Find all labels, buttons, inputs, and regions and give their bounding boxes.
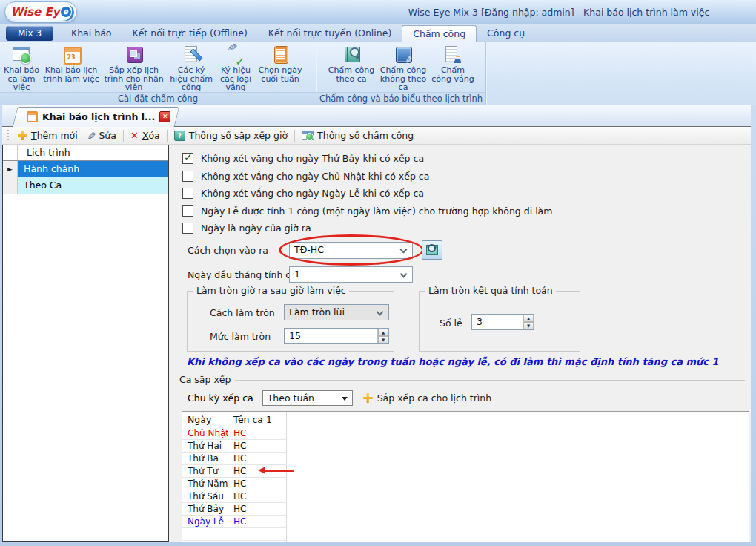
table-row[interactable]: Chủ Nhật HC <box>182 427 749 440</box>
table-row-empty[interactable] <box>182 541 749 542</box>
spinner-value: 3 <box>472 315 523 329</box>
assign-shift-label: Sắp xếp ca cho lịch trình <box>377 392 492 404</box>
checkbox-label: Ngày là ngày của giờ ra <box>201 223 311 234</box>
shift-section-title: Ca sắp xếp <box>179 374 231 385</box>
spin-up-icon[interactable]: ▲ <box>378 329 388 336</box>
combo-value: Theo tuần <box>268 392 314 404</box>
cycle-combo[interactable]: Theo tuần <box>262 390 353 406</box>
chevron-down-icon <box>400 271 408 278</box>
people-frame-icon <box>125 45 144 64</box>
table-row-empty[interactable] <box>182 528 749 541</box>
add-new-button[interactable]: Thêm mới <box>13 128 82 144</box>
day-cell: Thứ Tư <box>182 465 228 478</box>
checkbox-row-holiday: Không xét vắng cho ngày Ngày Lễ khi có x… <box>182 186 424 200</box>
checkbox-label: Không xét vắng cho ngày Thứ Bảy khi có x… <box>201 153 424 164</box>
table-row[interactable]: Thứ Ba HC <box>182 453 749 465</box>
menu-tab-cong-cu[interactable]: Công cụ <box>477 25 535 42</box>
cycle-label: Chu kỳ xếp ca <box>188 392 253 404</box>
ribbon-button-khai-bao-ca[interactable]: Khai báo ca làm việc <box>0 42 43 92</box>
menu-bar: Mix 3 Khai báo Kết nối trực tiếp (Offlin… <box>0 24 756 42</box>
ribbon-button-sap-xep-lich-trinh[interactable]: Sắp xếp lịch trình cho nhân viên <box>99 42 168 92</box>
button-label: Thống số sắp xếp giờ <box>189 130 288 141</box>
checkbox-row-sunday: Không xét vắng cho ngày Chủ Nhật khi có … <box>182 169 429 182</box>
shift-section-header: Ca sắp xếp <box>179 374 745 385</box>
ribbon-button-label: Sắp xếp lịch trình cho nhân viên <box>99 66 168 92</box>
menu-tab-khai-bao[interactable]: Khai báo <box>61 25 122 42</box>
ribbon-button-chon-ngay-cuoi-tuan[interactable]: Chọn ngày cuối tuần <box>257 42 303 92</box>
delete-button[interactable]: ✕ Xóa <box>126 128 165 144</box>
ribbon-group-settings: Khai báo ca làm việc Khai báo lịch trình… <box>0 42 316 105</box>
checkbox[interactable] <box>182 223 193 234</box>
checkbox-label: Không xét vắng cho ngày Chủ Nhật khi có … <box>201 171 429 182</box>
schedule-list-header-label: Lịch trình <box>18 145 168 160</box>
toolbar-separator <box>167 130 168 142</box>
column-header-day[interactable]: Ngày <box>182 412 228 427</box>
menu-tab-ket-noi-offline[interactable]: Kết nối trực tiếp (Offline) <box>122 25 257 42</box>
day-cell: Thứ Năm <box>182 478 228 490</box>
ribbon-button-ky-hieu-cham-cong[interactable]: Các ký hiệu chấm công <box>168 42 214 92</box>
in-out-label: Cách chọn vào ra <box>188 245 268 256</box>
spin-up-icon[interactable]: ▲ <box>523 315 534 322</box>
attendance-params-button[interactable]: Thông số chấm công <box>297 128 418 144</box>
checkbox[interactable] <box>182 171 193 182</box>
month-start-combo[interactable]: 1 <box>289 266 413 283</box>
window-title: Wise Eye Mix 3 [Đăng nhập: admin] - Khai… <box>371 7 747 18</box>
document-tab[interactable]: Khai báo lịch trình l... ✕ <box>21 107 177 127</box>
spinner-buttons[interactable]: ▲▼ <box>377 329 388 343</box>
button-label: Thêm mới <box>31 130 78 141</box>
time-params-button[interactable]: ? Thống số sắp xếp giờ <box>170 128 292 144</box>
ribbon-button-ky-hieu-vang[interactable]: Ký hiệu các loại vắng <box>214 42 257 92</box>
day-cell: Ngày Lễ <box>182 516 228 528</box>
ribbon-button-cham-cong-vang[interactable]: Chấm công vắng <box>431 42 474 92</box>
day-cell: Chủ Nhật <box>182 427 228 440</box>
ribbon-button-label: Chấm công theo ca <box>328 66 375 83</box>
day-cell: Thứ Bảy <box>182 503 228 516</box>
settings-panel: Không xét vắng cho ngày Thứ Bảy khi có x… <box>172 145 751 542</box>
table-row[interactable]: Thứ Bảy HC <box>182 503 749 516</box>
spin-down-icon[interactable]: ▼ <box>523 322 534 329</box>
list-item-theo-ca[interactable]: Theo Ca <box>3 177 168 194</box>
ribbon-button-cham-cong-khong-theo-ca[interactable]: Chấm công không theo ca <box>375 42 431 92</box>
round-level-spinner[interactable]: 15 ▲▼ <box>284 328 389 344</box>
ribbon-button-cham-cong-theo-ca[interactable]: Chấm công theo ca <box>328 42 375 92</box>
in-out-detail-button[interactable] <box>422 240 442 260</box>
menu-tab-mix3[interactable]: Mix 3 <box>6 26 53 41</box>
table-row[interactable]: Ngày Lễ HC <box>182 516 749 528</box>
ribbon-button-label: Khai báo lịch trình làm việc <box>43 66 99 83</box>
checkbox-label: Ngày Lễ được tính 1 công (một ngày làm v… <box>201 205 552 217</box>
toolbar-separator <box>123 130 124 142</box>
assign-shift-button[interactable]: Sắp xếp ca cho lịch trình <box>363 392 492 404</box>
table-row[interactable]: Thứ Hai HC <box>182 440 749 453</box>
delete-x-icon: ✕ <box>130 131 139 140</box>
groupbox-title: Làm tròn kết quả tính toán <box>425 285 556 296</box>
checkbox[interactable] <box>182 205 193 217</box>
checkbox[interactable] <box>182 153 193 164</box>
ribbon-button-khai-bao-lich-trinh[interactable]: Khai báo lịch trình làm việc <box>43 42 99 92</box>
close-tab-icon[interactable]: ✕ <box>159 111 170 122</box>
day-cell: Thứ Sáu <box>182 490 228 503</box>
table-row[interactable]: Thứ Sáu HC <box>182 490 749 503</box>
odd-digits-spinner[interactable]: 3 ▲▼ <box>471 314 534 330</box>
spinner-buttons[interactable]: ▲▼ <box>523 315 534 329</box>
odd-digits-label: Số lẻ <box>440 318 462 329</box>
table-row[interactable]: Thứ Năm HC <box>182 478 749 490</box>
menu-tab-ket-noi-online[interactable]: Kết nối trực tuyến (Online) <box>258 25 402 42</box>
ribbon-button-label: Các ký hiệu chấm công <box>168 66 214 92</box>
shift-cell: HC <box>228 427 287 440</box>
row-indicator-icon <box>3 177 18 194</box>
schedule-list: Lịch trình ► Hành chánh Theo Ca <box>2 145 169 542</box>
ribbon-group-caption: Cài đặt chấm công <box>0 92 316 105</box>
edit-button[interactable]: ✎ Sửa <box>82 128 121 144</box>
list-item-hanh-chanh[interactable]: ► Hành chánh <box>3 161 168 177</box>
table-header-row: Ngày Tên ca 1 <box>182 412 749 427</box>
round-method-combo[interactable]: Làm tròn lùi <box>284 304 389 320</box>
shift-cell: HC <box>228 503 287 516</box>
overtime-note: Khi không xếp ca vào các ngày trong tuần… <box>187 356 719 367</box>
menu-tab-cham-cong[interactable]: Chấm công <box>402 25 477 42</box>
shift-cell: HC <box>228 440 287 453</box>
document-tab-label: Khai báo lịch trình l... <box>42 111 155 122</box>
checkbox[interactable] <box>182 188 193 199</box>
column-header-shift1[interactable]: Tên ca 1 <box>228 412 287 427</box>
spin-down-icon[interactable]: ▼ <box>378 336 388 343</box>
round-method-label: Cách làm tròn <box>210 307 275 318</box>
